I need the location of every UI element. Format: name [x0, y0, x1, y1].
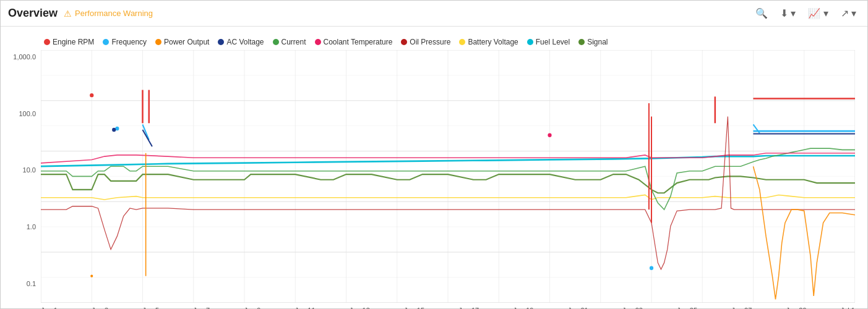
chart-wrapper: 1,000.0100.010.01.00.1: [7, 50, 855, 303]
x-axis-label: Jun 5: [142, 307, 159, 309]
legend-dot-battery-voltage: [459, 39, 465, 45]
legend-label-oil-pressure: Oil Pressure: [410, 38, 450, 46]
y-axis: 1,000.0100.010.01.00.1: [7, 50, 41, 303]
legend-item-frequency: Frequency: [103, 38, 147, 46]
export-button[interactable]: ↗ ▾: [837, 6, 860, 21]
legend-item-fuel-level: Fuel Level: [527, 38, 570, 46]
legend-dot-ac-voltage: [218, 39, 224, 45]
legend-label-signal: Signal: [587, 38, 608, 46]
legend-dot-coolant-temperature: [315, 39, 321, 45]
x-axis-label: Jun 19: [513, 307, 533, 309]
x-axis-label: Jun 11: [295, 307, 316, 309]
x-axis-label: Jun 21: [568, 307, 588, 309]
legend-dot-oil-pressure: [401, 39, 407, 45]
power-point-1: [90, 275, 93, 277]
legend-item-coolant-temperature: Coolant Temperature: [315, 38, 393, 46]
legend-dot-frequency: [103, 39, 109, 45]
x-axis: Jun 1Jun 3Jun 5Jun 7Jun 9Jun 11Jun 13Jun…: [41, 305, 855, 309]
y-axis-label: 0.1: [27, 280, 36, 287]
legend-dot-signal: [578, 39, 585, 45]
legend-item-engine-rpm: Engine RPM: [44, 38, 94, 46]
y-axis-label: 100.0: [19, 110, 36, 117]
x-axis-label: Jun 29: [786, 307, 807, 309]
chart-svg: [41, 50, 855, 303]
x-axis-label: Jun 9: [244, 307, 260, 309]
y-axis-label: 1.0: [27, 223, 36, 231]
legend-label-ac-voltage: AC Voltage: [226, 38, 264, 46]
y-axis-label: 1,000.0: [13, 53, 36, 61]
freq-low-point: [650, 266, 653, 270]
search-button[interactable]: 🔍: [752, 6, 771, 21]
legend-item-signal: Signal: [578, 38, 608, 46]
download-button[interactable]: ⬇ ▾: [776, 6, 799, 21]
legend-item-battery-voltage: Battery Voltage: [459, 38, 518, 46]
chart-body: Jun 1Jun 3Jun 5Jun 7Jun 9Jun 11Jun 13Jun…: [41, 50, 855, 303]
x-axis-label: Jun 25: [677, 307, 697, 309]
warning-badge: ⚠ Performance Warning: [64, 9, 153, 19]
header-left: Overview ⚠ Performance Warning: [8, 7, 153, 20]
x-axis-label: Jun 17: [458, 307, 479, 309]
legend-label-coolant-temperature: Coolant Temperature: [324, 38, 393, 46]
x-axis-label: Jun 27: [731, 307, 752, 309]
chart-area: Engine RPMFrequencyPower OutputAC Voltag…: [1, 27, 867, 309]
legend-label-power-output: Power Output: [164, 38, 209, 46]
legend-label-engine-rpm: Engine RPM: [53, 38, 94, 46]
chart-toggle-button[interactable]: 📈 ▾: [804, 6, 831, 21]
x-axis-label: Jun 15: [404, 307, 424, 309]
rpm-spike-1: [90, 93, 93, 97]
x-axis-label: Jun 23: [622, 307, 643, 309]
legend-dot-current: [273, 39, 279, 45]
x-axis-label: Jun 13: [350, 307, 370, 309]
page-title: Overview: [8, 7, 58, 20]
legend-label-frequency: Frequency: [111, 38, 147, 46]
legend-dot-power-output: [155, 39, 161, 45]
legend-item-oil-pressure: Oil Pressure: [401, 38, 450, 46]
coolant-spike-1: [548, 133, 551, 137]
header-right: 🔍 ⬇ ▾ 📈 ▾ ↗ ▾: [752, 6, 860, 21]
x-axis-label: Jul 1: [841, 307, 855, 309]
warning-label: Performance Warning: [75, 9, 153, 18]
header: Overview ⚠ Performance Warning 🔍 ⬇ ▾ 📈 ▾…: [1, 1, 867, 27]
legend-dot-fuel-level: [527, 39, 533, 45]
chart-legend: Engine RPMFrequencyPower OutputAC Voltag…: [7, 33, 855, 50]
x-axis-label: Jun 7: [193, 307, 210, 309]
legend-item-ac-voltage: AC Voltage: [218, 38, 264, 46]
ac-volt-point-1: [112, 128, 116, 132]
legend-label-current: Current: [281, 38, 306, 46]
legend-item-power-output: Power Output: [155, 38, 209, 46]
legend-dot-engine-rpm: [44, 39, 50, 45]
y-axis-label: 10.0: [23, 166, 36, 174]
legend-item-current: Current: [273, 38, 306, 46]
x-axis-label: Jun 3: [92, 307, 108, 309]
warning-icon: ⚠: [64, 9, 72, 19]
legend-label-battery-voltage: Battery Voltage: [468, 38, 518, 46]
legend-label-fuel-level: Fuel Level: [536, 38, 570, 46]
x-axis-label: Jun 1: [41, 307, 58, 309]
main-container: Overview ⚠ Performance Warning 🔍 ⬇ ▾ 📈 ▾…: [0, 0, 868, 309]
